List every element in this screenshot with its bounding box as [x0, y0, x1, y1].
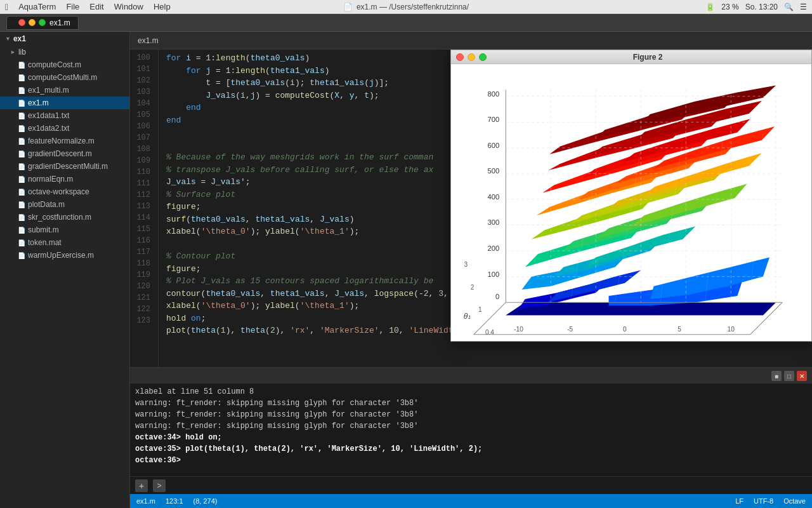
svg-text:-5: -5 — [567, 326, 573, 333]
figure-title: Figure 2 — [633, 53, 663, 62]
tab-minimize-button[interactable] — [29, 19, 36, 26]
line-number: 113 — [135, 201, 150, 212]
editor-header: ex1.m — [130, 32, 812, 50]
line-number: 122 — [135, 304, 150, 315]
sidebar-file-computeCost[interactable]: 📄 computeCost.m — [0, 58, 129, 71]
tab-maximize-button[interactable] — [39, 19, 46, 26]
figure-window: Figure 2 — [450, 50, 812, 342]
status-position: 123:1 — [166, 497, 183, 505]
sidebar-file-computeCostMulti[interactable]: 📄 computeCostMulti.m — [0, 71, 129, 84]
tab-bar: ex1.m — [0, 14, 812, 32]
terminal-line: warning: ft_render: skipping missing gly… — [135, 398, 807, 409]
line-number: 117 — [135, 246, 150, 258]
line-number: 100 — [135, 52, 150, 64]
svg-text:300: 300 — [488, 218, 500, 226]
svg-text:3: 3 — [464, 261, 468, 268]
terminal-line: xlabel at line 51 column 8 — [135, 386, 807, 398]
sidebar-file-warmUpExercise[interactable]: 📄 warmUpExercise.m — [0, 249, 129, 262]
tab-label: ex1.m — [49, 18, 70, 27]
surface-plot: 800 700 600 500 400 300 200 100 0 — [451, 64, 811, 341]
sidebar-folder-lib[interactable]: ► lib — [0, 46, 129, 58]
sidebar-file-octave-workspace[interactable]: 📄 octave-workspace — [0, 185, 129, 198]
list-icon[interactable]: ☰ — [800, 3, 807, 11]
search-icon[interactable]: 🔍 — [784, 3, 794, 11]
terminal-line: octave:34> hold on; — [135, 432, 807, 443]
sidebar-folder-label: lib — [18, 48, 26, 57]
terminal-cmd-button[interactable]: > — [153, 479, 166, 492]
figure-minimize-button[interactable] — [468, 53, 475, 61]
menu-aquaterm[interactable]: AquaTerm — [18, 2, 56, 11]
line-number: 118 — [135, 258, 150, 269]
terminal-close-button[interactable]: ✕ — [797, 371, 807, 381]
mac-title-bar:  AquaTerm File Edit Window Help 📄 ex1.m… — [0, 0, 812, 14]
file-icon: 📄 — [18, 176, 25, 183]
file-icon: 📄 — [18, 214, 25, 221]
svg-text:600: 600 — [488, 142, 500, 149]
terminal-content[interactable]: xlabel at line 51 column 8warning: ft_re… — [130, 384, 812, 476]
sidebar-file-ex1data1[interactable]: 📄 ex1data1.txt — [0, 109, 129, 122]
tab-traffic-lights — [18, 19, 46, 26]
terminal-add-button[interactable]: + — [135, 479, 148, 492]
status-line-ending: LF — [735, 497, 743, 505]
sidebar-root-item[interactable]: ▼ ex1 — [0, 32, 129, 46]
terminal-line: octave:35> plot(theta(1), theta(2), 'rx'… — [135, 443, 807, 455]
clock: So. 13:20 — [745, 3, 778, 11]
app-container: ex1.m ▼ ex1 ► lib 📄 computeCost.m 📄 comp… — [0, 14, 812, 508]
sidebar: ▼ ex1 ► lib 📄 computeCost.m 📄 computeCos… — [0, 32, 130, 508]
line-number: 103 — [135, 86, 150, 98]
terminal-line: warning: ft_render: skipping missing gly… — [135, 420, 807, 432]
svg-text:700: 700 — [488, 116, 500, 123]
mac-menu: AquaTerm File Edit Window Help — [18, 2, 171, 11]
apple-icon:  — [5, 2, 8, 12]
battery-icon: 🔋 — [705, 3, 715, 11]
line-number: 115 — [135, 224, 150, 235]
terminal-line: octave:36> — [135, 455, 807, 466]
status-cursor-info: (8, 274) — [193, 497, 218, 505]
svg-text:0.4: 0.4 — [485, 329, 494, 336]
file-icon: 📄 — [18, 138, 25, 145]
file-icon: 📄 — [18, 87, 25, 94]
status-language: Octave — [783, 497, 806, 505]
line-number: 114 — [135, 212, 150, 224]
svg-text:-10: -10 — [514, 326, 523, 333]
line-number: 112 — [135, 189, 150, 201]
file-icon: 📄 — [18, 100, 25, 107]
menu-file[interactable]: File — [66, 2, 79, 11]
sidebar-file-submit[interactable]: 📄 submit.m — [0, 224, 129, 236]
chevron-right-icon: ► — [10, 49, 16, 55]
figure-maximize-button[interactable] — [479, 53, 487, 61]
file-icon: 📄 — [18, 227, 25, 234]
sidebar-file-plotData[interactable]: 📄 plotData.m — [0, 198, 129, 211]
tab-ex1m[interactable]: ex1.m — [6, 16, 79, 30]
svg-text:2: 2 — [471, 284, 475, 291]
sidebar-file-ex1m[interactable]: 📄 ex1.m — [0, 97, 129, 109]
sidebar-file-ex1multi[interactable]: 📄 ex1_multi.m — [0, 84, 129, 97]
sidebar-file-gradientDescentMulti[interactable]: 📄 gradientDescentMulti.m — [0, 160, 129, 173]
tab-close-button[interactable] — [18, 19, 25, 26]
file-icon: 📄 — [18, 74, 25, 81]
sidebar-file-featureNormalize[interactable]: 📄 featureNormalize.m — [0, 135, 129, 147]
sidebar-file-token[interactable]: 📄 token.mat — [0, 236, 129, 249]
menu-window[interactable]: Window — [114, 2, 143, 11]
terminal-toolbar: ■ □ ✕ — [130, 368, 812, 384]
figure-close-button[interactable] — [456, 53, 464, 61]
sidebar-root-label: ex1 — [13, 34, 26, 43]
editor-filename: ex1.m — [138, 36, 159, 45]
line-number: 105 — [135, 109, 150, 121]
file-icon: 📄 — [18, 189, 25, 196]
line-number: 107 — [135, 132, 150, 144]
svg-text:400: 400 — [488, 193, 500, 201]
sidebar-file-skr-costfunction[interactable]: 📄 skr_costfunction.m — [0, 211, 129, 224]
terminal-split-button[interactable]: □ — [784, 371, 794, 381]
menu-edit[interactable]: Edit — [89, 2, 103, 11]
line-number: 110 — [135, 166, 150, 178]
terminal-settings-button[interactable]: ■ — [771, 371, 782, 381]
file-icon: 📄 — [18, 201, 25, 208]
figure-content: 800 700 600 500 400 300 200 100 0 — [451, 64, 811, 341]
sidebar-file-ex1data2[interactable]: 📄 ex1data2.txt — [0, 122, 129, 135]
figure-traffic-lights — [456, 53, 487, 61]
menu-help[interactable]: Help — [154, 2, 171, 11]
terminal-line: warning: ft_render: skipping missing gly… — [135, 409, 807, 420]
sidebar-file-gradientDescent[interactable]: 📄 gradientDescent.m — [0, 147, 129, 160]
sidebar-file-normalEqn[interactable]: 📄 normalEqn.m — [0, 173, 129, 185]
